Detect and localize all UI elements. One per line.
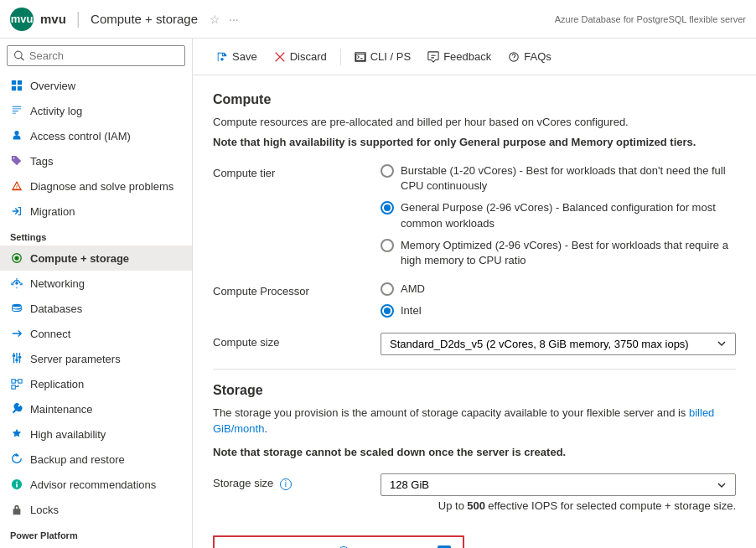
svg-point-5 [14, 256, 18, 260]
tier-general[interactable]: General Purpose (2-96 vCores) - Balanced… [381, 200, 736, 230]
overview-icon [10, 79, 23, 92]
connect-label: Connect [30, 328, 70, 340]
app-icon: mvu [10, 8, 34, 31]
compute-processor-label: Compute Processor [213, 282, 364, 297]
main-layout: Overview Activity log Access control (IA… [0, 39, 756, 548]
tag-icon [10, 154, 23, 168]
advisor-label: Advisor recommendations [30, 478, 156, 491]
sidebar-item-overview[interactable]: Overview [0, 73, 192, 98]
sidebar-item-server-params[interactable]: Server parameters [0, 346, 192, 371]
storage-size-label: Storage size [213, 477, 273, 489]
discard-button[interactable]: Discard [267, 46, 334, 67]
sidebar-item-networking[interactable]: Networking [0, 271, 192, 296]
iops-note: Up to 500 effective IOPS for selected co… [381, 499, 736, 512]
storage-size-label-group: Storage size i [213, 473, 364, 490]
compute-desc2-strong: Note that high availability is supported… [213, 136, 696, 148]
faqs-button[interactable]: FAQs [501, 46, 558, 67]
tier-general-radio[interactable] [381, 201, 394, 215]
storage-desc2: Note that storage cannot be scaled down … [213, 444, 736, 461]
iops-prefix: Up to [438, 499, 464, 512]
maintenance-label: Maintenance [30, 403, 92, 416]
sidebar-item-activity-log[interactable]: Activity log [0, 98, 192, 123]
chevron-down-icon [717, 339, 727, 349]
sidebar-item-databases[interactable]: Databases [0, 296, 192, 321]
iops-suffix: effective IOPS for selected compute + st… [488, 499, 736, 512]
amd-radio[interactable] [381, 282, 394, 296]
iops-value: 500 [467, 499, 485, 512]
discard-icon [274, 51, 286, 63]
sidebar-item-locks[interactable]: Locks [0, 497, 192, 522]
search-box[interactable] [7, 45, 185, 66]
compute-size-dropdown: Standard_D2ds_v5 (2 vCores, 8 GiB memory… [381, 333, 736, 355]
tier-burstable-radio[interactable] [381, 164, 394, 178]
sidebar-item-advisor[interactable]: Advisor recommendations [0, 472, 192, 497]
discard-label: Discard [290, 50, 327, 63]
feedback-icon [427, 51, 439, 63]
chevron-down-icon [717, 480, 727, 490]
tier-memory-radio[interactable] [381, 239, 394, 252]
networking-icon [10, 277, 23, 290]
sidebar-item-tags[interactable]: Tags [0, 148, 192, 173]
search-input[interactable] [29, 49, 178, 62]
svg-rect-2 [12, 86, 16, 90]
sidebar-item-high-availability[interactable]: High availability [0, 421, 192, 447]
sidebar-item-maintenance[interactable]: Maintenance [0, 396, 192, 421]
storage-size-content: 128 GiB Up to 500 effective IOPS for sel… [381, 473, 736, 512]
processor-options: AMD Intel [381, 282, 736, 318]
activity-log-label: Activity log [30, 105, 82, 117]
compute-processor-row: Compute Processor AMD Intel [213, 282, 736, 318]
compute-tier-row: Compute tier Burstable (1-20 vCores) - B… [213, 163, 736, 268]
advisor-icon [10, 478, 23, 491]
storage-size-info-icon[interactable]: i [280, 478, 292, 490]
svg-point-9 [15, 359, 18, 362]
tier-general-label: General Purpose (2-96 vCores) - Balanced… [401, 200, 736, 230]
cli-ps-button[interactable]: CLI / PS [348, 46, 417, 67]
storage-size-row: Storage size i 128 GiB Up to 500 effecti… [213, 473, 736, 512]
intel-radio[interactable] [381, 304, 394, 318]
connect-icon [10, 327, 23, 340]
sidebar-item-replication[interactable]: Replication [0, 371, 192, 396]
sidebar-item-compute-storage[interactable]: Compute + storage [0, 246, 192, 271]
amd-label: AMD [401, 282, 425, 297]
more-icon[interactable]: ··· [229, 13, 239, 26]
sidebar-item-backup-restore[interactable]: Backup and restore [0, 447, 192, 472]
storage-size-select[interactable]: 128 GiB [381, 473, 736, 496]
backup-restore-label: Backup and restore [30, 453, 125, 466]
sidebar-item-access-control[interactable]: Access control (IAM) [0, 123, 192, 148]
sidebar-item-connect[interactable]: Connect [0, 321, 192, 346]
compute-desc2: Note that high availability is supported… [213, 134, 736, 151]
tier-burstable[interactable]: Burstable (1-20 vCores) - Best for workl… [381, 163, 736, 194]
svg-rect-12 [18, 380, 22, 383]
subtitle: Azure Database for PostgreSQL flexible s… [555, 14, 746, 24]
compute-size-row: Compute size Standard_D2ds_v5 (2 vCores,… [213, 333, 736, 355]
search-icon [14, 50, 24, 61]
databases-icon [10, 302, 23, 315]
sidebar-item-diagnose[interactable]: Diagnose and solve problems [0, 173, 192, 199]
databases-label: Databases [30, 302, 82, 315]
compute-tier-label: Compute tier [213, 163, 364, 179]
locks-label: Locks [30, 504, 59, 516]
compute-size-select[interactable]: Standard_D2ds_v5 (2 vCores, 8 GiB memory… [381, 333, 736, 355]
star-icon[interactable]: ☆ [210, 13, 220, 26]
tier-burstable-label: Burstable (1-20 vCores) - Best for workl… [401, 163, 736, 194]
sidebar-item-migration[interactable]: Migration [0, 199, 192, 224]
feedback-button[interactable]: Feedback [421, 46, 498, 67]
svg-point-8 [13, 354, 16, 358]
processor-amd[interactable]: AMD [381, 282, 736, 297]
high-availability-label: High availability [30, 428, 106, 441]
tier-memory[interactable]: Memory Optimized (2-96 vCores) - Best fo… [381, 238, 736, 268]
tier-memory-label: Memory Optimized (2-96 vCores) - Best fo… [401, 238, 736, 268]
compute-storage-label: Compute + storage [30, 252, 129, 265]
svg-point-10 [18, 356, 22, 359]
processor-intel[interactable]: Intel [381, 303, 736, 318]
diagnose-label: Diagnose and solve problems [30, 180, 173, 193]
storage-size-value: 128 GiB [390, 478, 429, 491]
overview-label: Overview [30, 80, 75, 92]
storage-section-title: Storage [213, 383, 736, 398]
page-title: Compute + storage [91, 12, 198, 26]
save-icon [216, 51, 228, 63]
save-button[interactable]: Save [210, 46, 264, 67]
title-separator: | [76, 9, 80, 28]
migration-label: Migration [30, 205, 75, 218]
billed-link[interactable]: billed GiB/month [213, 406, 714, 436]
